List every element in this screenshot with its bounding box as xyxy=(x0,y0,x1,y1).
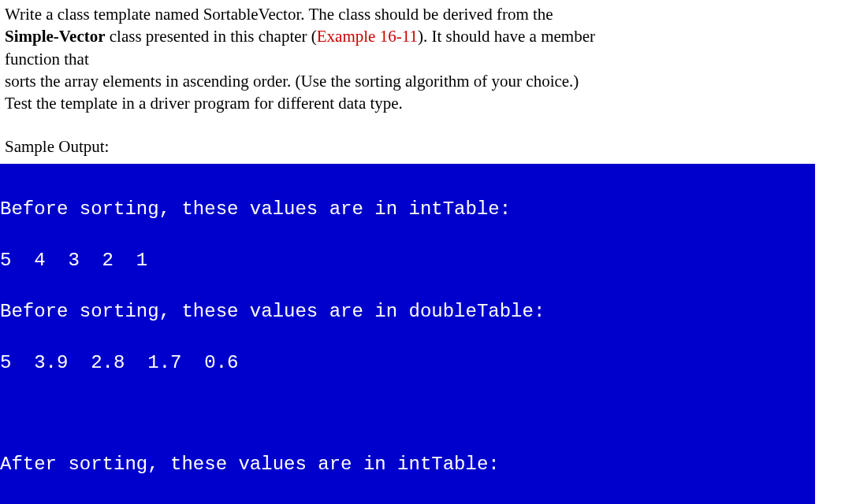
instruction-text: ). It should have a member xyxy=(418,27,595,46)
instruction-line-1: Write a class template named SortableVec… xyxy=(5,3,840,25)
instruction-line-4: sorts the array elements in ascending or… xyxy=(5,70,840,92)
console-line: Before sorting, these values are in doub… xyxy=(0,299,815,324)
console-output: Before sorting, these values are in intT… xyxy=(0,164,815,504)
sample-output-label: Sample Output: xyxy=(0,135,845,158)
console-line: 5 4 3 2 1 xyxy=(0,248,815,273)
example-reference: Example 16-11 xyxy=(317,27,418,46)
instruction-line-3: function that xyxy=(5,48,840,70)
console-line: After sorting, these values are in intTa… xyxy=(0,452,815,477)
instruction-text: Write a class template named SortableVec… xyxy=(5,5,553,24)
console-line: Before sorting, these values are in intT… xyxy=(0,197,815,222)
console-blank-line xyxy=(0,402,815,427)
simple-vector-bold: Simple-Vector xyxy=(5,27,106,46)
instruction-text: class presented in this chapter ( xyxy=(106,27,317,46)
instruction-line-5: Test the template in a driver program fo… xyxy=(5,92,840,114)
instructions-block: Write a class template named SortableVec… xyxy=(0,3,845,115)
instruction-line-2: Simple-Vector class presented in this ch… xyxy=(5,25,840,47)
console-line: 5 3.9 2.8 1.7 0.6 xyxy=(0,350,815,376)
